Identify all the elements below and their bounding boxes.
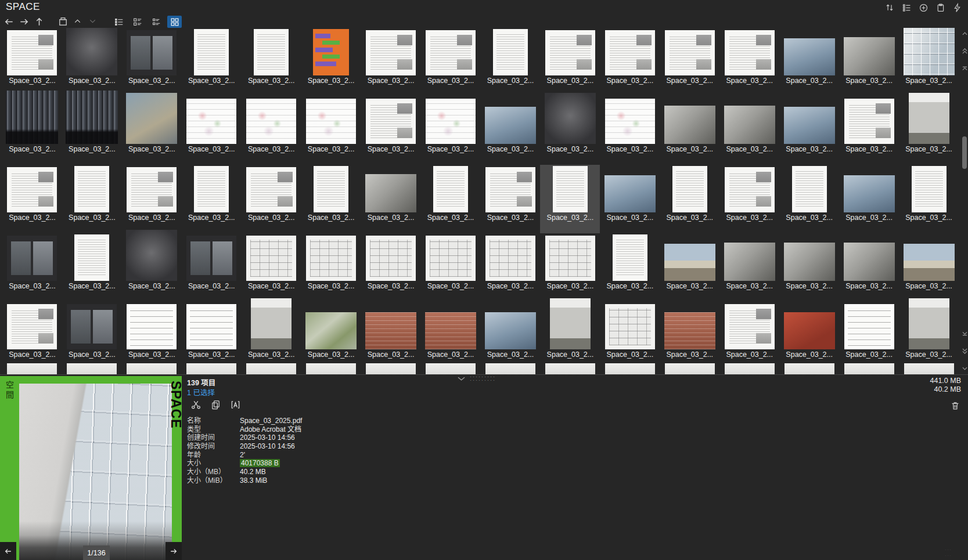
grid-item[interactable]: Space_03_2... <box>361 233 421 302</box>
grid-item[interactable]: Space_03_2... <box>122 302 182 370</box>
grid-item[interactable]: Space_03_2... <box>540 302 600 370</box>
vertical-scrollbar[interactable] <box>961 28 968 374</box>
copy-icon[interactable] <box>210 399 221 410</box>
grid-item[interactable]: Space_03_2... <box>301 302 361 370</box>
grid-item[interactable]: Space_03_2... <box>540 233 600 302</box>
grid-item[interactable]: Space_03_2... <box>62 370 122 374</box>
grid-item[interactable]: Space_03_2... <box>719 165 779 233</box>
grid-item[interactable]: Space_03_2... <box>122 96 182 165</box>
grid-item[interactable]: Space_03_2... <box>301 96 361 165</box>
grid-item[interactable]: Space_03_2... <box>600 302 660 370</box>
grid-item[interactable]: Space_03_2... <box>182 28 242 96</box>
grid-item[interactable]: Space_03_2... <box>600 165 660 233</box>
grid-item[interactable]: Space_03_2... <box>2 28 62 96</box>
cut-icon[interactable] <box>190 399 201 410</box>
grid-item[interactable]: Space_03_2... <box>182 96 242 165</box>
prev-page-button[interactable] <box>0 542 16 560</box>
grid-item[interactable]: Space_03_2... <box>361 370 421 374</box>
grid-item[interactable]: Space_03_2... <box>62 302 122 370</box>
grid-item[interactable]: Space_03_2... <box>62 28 122 96</box>
grid-item[interactable]: Space_03_2... <box>242 165 301 233</box>
back-icon[interactable] <box>3 16 15 27</box>
grid-item[interactable]: Space_03_2... <box>301 370 361 374</box>
grid-item[interactable]: Space_03_2... <box>540 165 600 233</box>
compact-view-button[interactable] <box>149 16 163 28</box>
list-view-button[interactable] <box>111 16 126 28</box>
grid-item[interactable]: Space_03_2... <box>361 28 421 96</box>
grid-item[interactable]: Space_03_2... <box>660 28 719 96</box>
grid-item[interactable]: Space_03_2... <box>719 233 779 302</box>
grid-item[interactable]: Space_03_2... <box>242 28 301 96</box>
grid-item[interactable]: Space_03_2... <box>2 302 62 370</box>
grid-item[interactable]: Space_03_2... <box>301 233 361 302</box>
sort-icon[interactable] <box>885 3 895 13</box>
grid-item[interactable]: Space_03_2... <box>361 96 421 165</box>
grid-item[interactable]: Space_03_2... <box>421 302 481 370</box>
paste-icon[interactable] <box>57 16 69 27</box>
grid-item[interactable]: Space_03_2... <box>899 370 959 374</box>
grid-item[interactable]: Space_03_2... <box>660 96 719 165</box>
scroll-to-top-icon[interactable] <box>961 64 968 73</box>
grid-item[interactable]: Space_03_2... <box>839 233 899 302</box>
grid-item[interactable]: Space_03_2... <box>242 370 301 374</box>
grid-item[interactable]: Space_03_2... <box>122 28 182 96</box>
grid-item[interactable]: Space_03_2... <box>600 28 660 96</box>
add-circle-icon[interactable] <box>919 3 929 13</box>
chevron-up-icon[interactable] <box>73 16 84 27</box>
grid-item[interactable]: Space_03_2... <box>839 165 899 233</box>
scroll-down-icon[interactable] <box>961 364 968 373</box>
grid-item[interactable]: Space_03_2... <box>421 96 481 165</box>
grid-item[interactable]: Space_03_2... <box>242 96 301 165</box>
grid-item[interactable]: Space_03_2... <box>301 28 361 96</box>
grid-item[interactable]: Space_03_2... <box>660 302 719 370</box>
grid-item[interactable]: Space_03_2... <box>899 165 959 233</box>
grid-item[interactable]: Space_03_2... <box>2 165 62 233</box>
grid-item[interactable]: Space_03_2... <box>660 370 719 374</box>
grid-item[interactable]: Space_03_2... <box>361 302 421 370</box>
grid-item[interactable]: Space_03_2... <box>899 28 959 96</box>
grid-item[interactable]: Space_03_2... <box>2 370 62 374</box>
grid-item[interactable]: Space_03_2... <box>481 233 541 302</box>
grid-item[interactable]: Space_03_2... <box>301 165 361 233</box>
grid-item[interactable]: Space_03_2... <box>660 233 719 302</box>
grid-item[interactable]: Space_03_2... <box>122 370 182 374</box>
up-icon[interactable] <box>34 16 45 27</box>
forward-icon[interactable] <box>19 16 30 27</box>
grid-item[interactable]: Space_03_2... <box>600 233 660 302</box>
grid-item[interactable]: Space_03_2... <box>421 28 481 96</box>
scroll-page-down-icon[interactable] <box>961 346 968 356</box>
grid-item[interactable]: Space_03_2... <box>182 233 242 302</box>
scrollbar-thumb[interactable] <box>962 136 967 169</box>
grid-item[interactable]: Space_03_2... <box>361 165 421 233</box>
scroll-up-icon[interactable] <box>961 29 968 38</box>
grid-item[interactable]: Space_03_2... <box>421 165 481 233</box>
grid-item[interactable]: Space_03_2... <box>899 233 959 302</box>
grid-item[interactable]: Space_03_2... <box>62 96 122 165</box>
grid-item[interactable]: Space_03_2... <box>62 233 122 302</box>
grid-item[interactable]: Space_03_2... <box>899 302 959 370</box>
grid-item[interactable]: Space_03_2... <box>779 96 839 165</box>
scroll-page-up-icon[interactable] <box>961 46 968 56</box>
grid-item[interactable]: Space_03_2... <box>719 28 779 96</box>
grid-item[interactable]: Space_03_2... <box>2 233 62 302</box>
grid-item[interactable]: Space_03_2... <box>719 370 779 374</box>
grid-item[interactable]: Space_03_2... <box>540 370 600 374</box>
view-config-icon[interactable] <box>902 3 912 13</box>
details-view-button[interactable] <box>130 16 145 28</box>
grid-item[interactable]: Space_03_2... <box>481 96 541 165</box>
grid-item[interactable]: Space_03_2... <box>839 370 899 374</box>
grid-item[interactable]: Space_03_2... <box>660 165 719 233</box>
grid-item[interactable]: Space_03_2... <box>839 28 899 96</box>
grid-item[interactable]: Space_03_2... <box>899 96 959 165</box>
grid-item[interactable]: Space_03_2... <box>779 165 839 233</box>
scroll-to-bottom-icon[interactable] <box>961 329 968 338</box>
grid-item[interactable]: Space_03_2... <box>62 165 122 233</box>
selected-count[interactable]: 1 已选择 <box>187 386 215 398</box>
grid-item[interactable]: Space_03_2... <box>122 165 182 233</box>
rename-icon[interactable] <box>230 399 241 410</box>
grid-item[interactable]: Space_03_2... <box>481 165 541 233</box>
next-page-button[interactable] <box>165 542 182 560</box>
delete-button[interactable] <box>950 400 960 411</box>
grid-item[interactable]: Space_03_2... <box>779 28 839 96</box>
grid-item[interactable]: Space_03_2... <box>421 233 481 302</box>
